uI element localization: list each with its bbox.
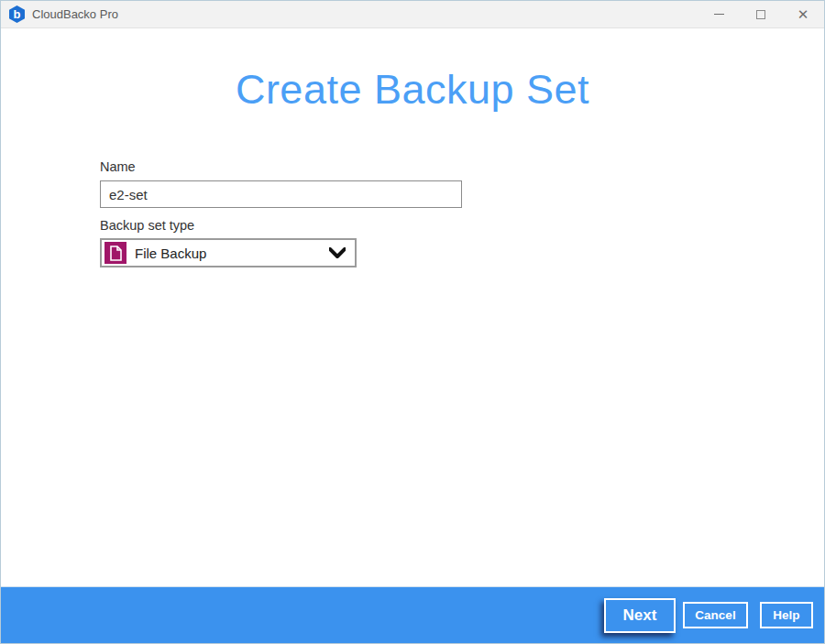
name-label: Name (100, 159, 136, 174)
window-title: CloudBacko Pro (32, 7, 118, 21)
next-button[interactable]: Next (604, 598, 676, 633)
cloudbacko-logo-icon: b (9, 5, 25, 23)
maximize-button[interactable] (740, 1, 782, 27)
file-backup-document-icon (104, 242, 126, 264)
minimize-button[interactable] (698, 1, 740, 27)
backup-set-type-label: Backup set type (100, 218, 194, 233)
page-title: Create Backup Set (1, 66, 824, 114)
backup-set-name-input[interactable] (100, 180, 462, 208)
minimize-icon (714, 14, 724, 15)
close-icon: ✕ (798, 7, 809, 21)
close-button[interactable]: ✕ (782, 1, 824, 27)
backup-set-type-dropdown[interactable]: File Backup (100, 238, 357, 267)
maximize-icon (756, 10, 765, 19)
footer-bar: Next Cancel Help (1, 586, 824, 643)
main-content: Create Backup Set Name Backup set type F… (1, 29, 824, 586)
app-window: b CloudBacko Pro ✕ Create Backup Set Nam… (0, 0, 825, 644)
backup-set-type-value: File Backup (135, 246, 329, 261)
chevron-down-icon (329, 247, 346, 258)
help-button[interactable]: Help (760, 602, 813, 628)
title-bar: b CloudBacko Pro ✕ (1, 1, 824, 28)
cancel-button[interactable]: Cancel (683, 602, 748, 628)
window-controls: ✕ (698, 1, 824, 27)
